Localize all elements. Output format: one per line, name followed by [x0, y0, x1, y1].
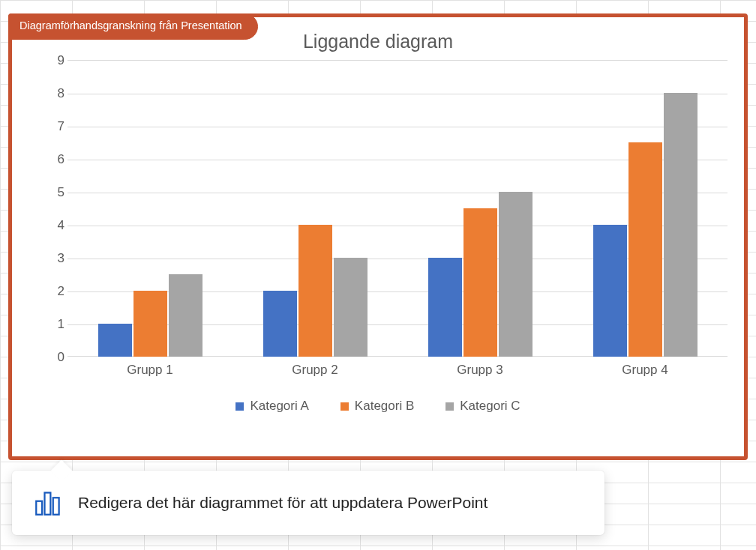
svg-rect-0	[36, 501, 42, 515]
chart-bars-row	[68, 60, 728, 357]
chart-bar-group	[68, 60, 232, 357]
chart-legend-item: Kategori B	[340, 399, 414, 414]
chart-y-tick-label: 8	[45, 86, 64, 101]
chart-x-tick-label: Grupp 4	[562, 363, 728, 390]
chart-y-tick-label: 7	[45, 119, 64, 134]
chart-bar-group	[562, 60, 728, 357]
chart-preview-container[interactable]: Liggande diagram 0123456789 Grupp 1Grupp…	[8, 13, 748, 460]
chart-y-tick-label: 0	[45, 350, 64, 365]
chart-canvas: Liggande diagram 0123456789 Grupp 1Grupp…	[22, 28, 734, 449]
chart-x-tick-label: Grupp 2	[232, 363, 398, 390]
chart-bar	[169, 274, 202, 357]
chart-legend-swatch	[340, 402, 349, 411]
chart-bar	[134, 291, 167, 357]
chart-y-tick-label: 5	[45, 185, 64, 200]
chart-legend-swatch	[236, 402, 244, 411]
chart-legend-item: Kategori A	[236, 399, 308, 414]
edit-chart-callout-text: Redigera det här diagrammet för att uppd…	[78, 494, 488, 512]
chart-bar-group	[232, 60, 398, 357]
svg-rect-1	[45, 493, 51, 515]
chart-x-tick-label: Grupp 1	[68, 363, 232, 390]
chart-bar	[664, 93, 698, 357]
chart-bar	[593, 225, 627, 357]
chart-y-tick-label: 9	[45, 53, 64, 68]
chart-legend-item: Kategori C	[446, 399, 520, 414]
chart-bar	[428, 258, 462, 357]
chart-y-tick-label: 2	[45, 284, 64, 299]
chart-legend-label: Kategori A	[250, 399, 308, 414]
chart-legend-swatch	[446, 402, 454, 411]
chart-legend: Kategori AKategori BKategori C	[22, 399, 734, 414]
chart-bar	[263, 291, 297, 357]
chart-bar	[98, 324, 132, 357]
chart-y-tick-label: 4	[45, 218, 64, 233]
chart-y-tick-label: 6	[45, 152, 64, 167]
chart-y-tick-label: 3	[45, 251, 64, 266]
chart-plot-area: 0123456789	[45, 60, 728, 357]
chart-bar	[499, 192, 532, 357]
chart-bar-group	[398, 60, 562, 357]
svg-rect-2	[53, 498, 59, 515]
chart-x-tick-label: Grupp 3	[398, 363, 562, 390]
chart-bar	[628, 142, 662, 357]
bar-chart-icon	[34, 489, 62, 516]
chart-legend-label: Kategori B	[355, 399, 414, 414]
chart-y-tick-label: 1	[45, 317, 64, 332]
chart-bar	[334, 258, 368, 357]
chart-x-axis: Grupp 1Grupp 2Grupp 3Grupp 4	[68, 363, 728, 390]
chart-legend-label: Kategori C	[460, 399, 520, 414]
chart-bar	[464, 208, 497, 357]
preview-source-badge: Diagramförhandsgranskning från Presentat…	[8, 13, 258, 40]
chart-bar	[298, 225, 332, 357]
edit-chart-callout[interactable]: Redigera det här diagrammet för att uppd…	[12, 471, 604, 535]
